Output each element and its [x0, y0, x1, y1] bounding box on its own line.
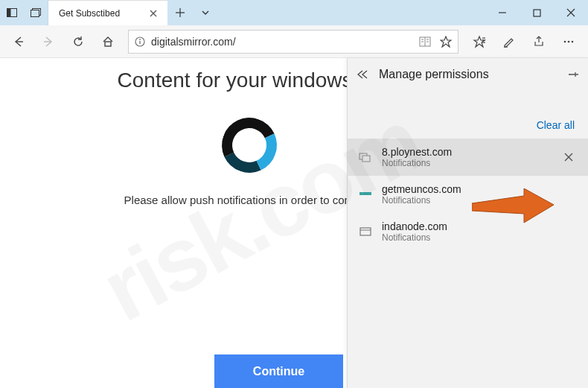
page-subtext: Please allow push notifications in order…	[124, 194, 375, 206]
dock-left-icon[interactable]	[0, 0, 24, 25]
svg-point-17	[139, 39, 141, 40]
panel-title: Manage permissions	[379, 68, 557, 81]
site-icon	[358, 187, 373, 202]
svg-rect-38	[359, 192, 371, 195]
svg-rect-14	[105, 42, 111, 46]
svg-point-33	[569, 74, 570, 75]
continue-button[interactable]: Continue	[214, 354, 343, 388]
refresh-button[interactable]	[64, 28, 92, 56]
favorite-star-icon[interactable]	[440, 36, 452, 48]
browser-toolbar: digitalsmirror.com/	[0, 25, 588, 58]
permission-type: Notifications	[382, 232, 578, 243]
new-tab-button[interactable]	[167, 0, 193, 25]
titlebar-left-icons	[0, 0, 48, 25]
share-icon[interactable]	[524, 28, 554, 56]
back-button[interactable]	[4, 28, 33, 56]
window-titlebar: Get Subsctibed	[0, 0, 588, 25]
svg-rect-1	[7, 9, 11, 17]
notes-icon[interactable]	[494, 28, 524, 56]
remove-permission-icon[interactable]	[560, 148, 578, 166]
window-controls	[485, 0, 588, 25]
address-bar-actions	[419, 36, 452, 48]
panel-back-icon[interactable]	[357, 69, 368, 80]
dock-stack-icon[interactable]	[24, 0, 48, 25]
reading-view-icon[interactable]	[419, 36, 431, 47]
svg-marker-24	[441, 36, 451, 47]
pin-icon[interactable]	[567, 69, 579, 80]
svg-point-30	[564, 40, 566, 42]
svg-point-31	[568, 40, 570, 42]
svg-rect-3	[31, 10, 39, 17]
site-icon	[358, 150, 373, 165]
forward-button[interactable]	[34, 28, 63, 56]
favorites-hub-icon[interactable]	[464, 28, 494, 56]
permission-domain: 8.ploynest.com	[382, 146, 551, 158]
svg-rect-39	[360, 228, 371, 235]
url-text: digitalsmirror.com/	[151, 36, 413, 48]
settings-more-icon[interactable]	[554, 28, 584, 56]
annotation-arrow-icon	[472, 188, 554, 227]
minimize-button[interactable]	[485, 0, 520, 25]
close-window-button[interactable]	[554, 0, 588, 25]
maximize-button[interactable]	[520, 0, 554, 25]
toolbar-right	[464, 28, 584, 56]
permission-type: Notifications	[382, 158, 551, 168]
svg-marker-41	[472, 188, 554, 223]
permission-item[interactable]: 8.ploynest.com Notifications	[348, 139, 588, 176]
loading-spinner-icon	[214, 110, 285, 181]
content-area: Content for your windows 10 Please allow…	[0, 58, 588, 388]
site-icon	[358, 224, 373, 239]
page-title: Content for your windows 10	[118, 69, 382, 92]
site-info-icon[interactable]	[135, 36, 145, 47]
panel-header: Manage permissions	[348, 58, 588, 91]
home-button[interactable]	[94, 28, 122, 56]
svg-point-32	[572, 40, 574, 42]
tab-title: Get Subsctibed	[59, 8, 139, 19]
svg-rect-35	[362, 156, 370, 162]
svg-rect-9	[534, 10, 540, 16]
clear-all-link[interactable]: Clear all	[348, 119, 588, 139]
tab-overflow-icon[interactable]	[193, 0, 218, 25]
address-bar[interactable]: digitalsmirror.com/	[128, 30, 458, 54]
browser-tab[interactable]: Get Subsctibed	[48, 0, 167, 25]
tab-close-icon[interactable]	[147, 7, 160, 20]
